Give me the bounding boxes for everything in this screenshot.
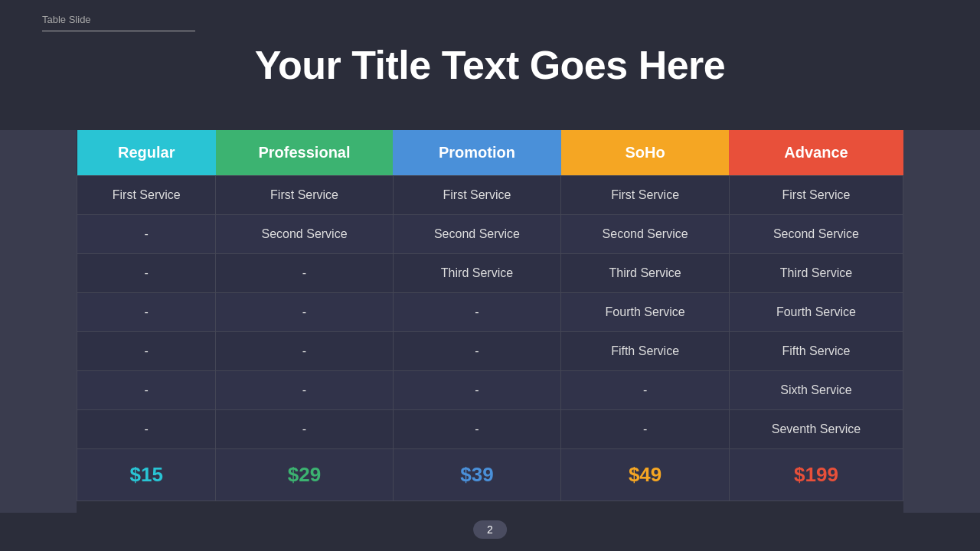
header-professional: Professional — [216, 130, 393, 176]
cell-r6-c0: - — [77, 410, 216, 449]
cell-r5-c4: Sixth Service — [729, 371, 903, 410]
page-number: 2 — [473, 520, 507, 539]
price-regular: $15 — [77, 449, 216, 501]
cell-r1-c1: Second Service — [216, 215, 393, 254]
cell-r6-c4: Seventh Service — [729, 410, 903, 449]
cell-r5-c2: - — [393, 371, 561, 410]
divider — [42, 31, 195, 31]
cell-r5-c0: - — [77, 371, 216, 410]
cell-r3-c2: - — [393, 293, 561, 332]
cell-r1-c3: Second Service — [561, 215, 730, 254]
cell-r6-c1: - — [216, 410, 393, 449]
price-promotion: $39 — [393, 449, 561, 501]
price-soho: $49 — [561, 449, 730, 501]
cell-r3-c1: - — [216, 293, 393, 332]
cell-r1-c0: - — [77, 215, 216, 254]
header-soho: SoHo — [561, 130, 730, 176]
cell-r6-c2: - — [393, 410, 561, 449]
cell-r0-c0: First Service — [77, 176, 216, 215]
cell-r3-c4: Fourth Service — [729, 293, 903, 332]
cell-r4-c2: - — [393, 332, 561, 371]
cell-r5-c1: - — [216, 371, 393, 410]
cell-r5-c3: - — [561, 371, 730, 410]
cell-r2-c4: Third Service — [729, 254, 903, 293]
slide-title: Your Title Text Goes Here — [0, 42, 980, 88]
cell-r4-c0: - — [77, 332, 216, 371]
cell-r0-c3: First Service — [561, 176, 730, 215]
cell-r4-c3: Fifth Service — [561, 332, 730, 371]
cell-r2-c0: - — [77, 254, 216, 293]
right-accent — [903, 130, 980, 513]
price-advance: $199 — [729, 449, 903, 501]
left-accent — [0, 130, 77, 513]
cell-r4-c1: - — [216, 332, 393, 371]
header-advance: Advance — [729, 130, 903, 176]
header-regular: Regular — [77, 130, 216, 176]
cell-r0-c4: First Service — [729, 176, 903, 215]
cell-r0-c2: First Service — [393, 176, 561, 215]
header-promotion: Promotion — [393, 130, 561, 176]
cell-r4-c4: Fifth Service — [729, 332, 903, 371]
cell-r6-c3: - — [561, 410, 730, 449]
price-professional: $29 — [216, 449, 393, 501]
cell-r1-c4: Second Service — [729, 215, 903, 254]
slide-label: Table Slide — [42, 14, 91, 25]
cell-r0-c1: First Service — [216, 176, 393, 215]
cell-r3-c3: Fourth Service — [561, 293, 730, 332]
cell-r3-c0: - — [77, 293, 216, 332]
cell-r1-c2: Second Service — [393, 215, 561, 254]
cell-r2-c3: Third Service — [561, 254, 730, 293]
pricing-table: RegularProfessionalPromotionSoHoAdvance … — [77, 130, 903, 501]
cell-r2-c2: Third Service — [393, 254, 561, 293]
cell-r2-c1: - — [216, 254, 393, 293]
